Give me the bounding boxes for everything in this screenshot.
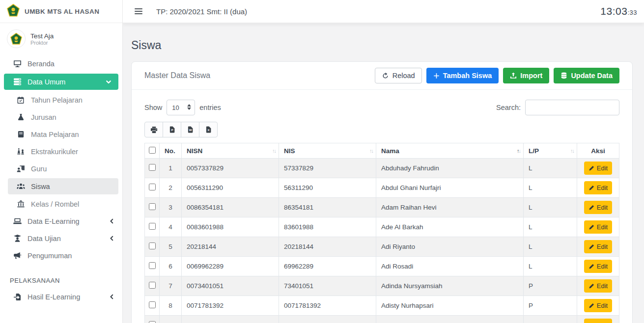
monitor-icon [13,59,22,68]
pencil-icon [588,205,594,211]
edit-button[interactable]: Edit [584,201,612,214]
row-checkbox[interactable] [149,262,156,269]
user-panel: Test Aja Proktor [0,23,122,53]
cell-nisn: 0073310710 [182,316,279,323]
card-header: Master Data Siswa Reload Tambah Siswa Im… [132,62,632,90]
cell-no: 8 [160,296,182,316]
column-header-lp[interactable]: L/P↑↓ [524,143,577,159]
flask-icon [16,113,25,121]
sidebar-item-label: Siswa [31,183,50,190]
clock-hm: 13:03 [600,5,627,17]
cell-aksi: Edit [577,217,619,237]
cell-nama: Abduhady Fahrudin [376,159,524,178]
server-icon [13,78,22,86]
column-header-nis[interactable]: NIS↑↓ [279,143,376,159]
edit-button[interactable]: Edit [584,162,612,175]
import-button[interactable]: Import [503,68,549,83]
export-word-button[interactable]: W [181,122,199,137]
row-checkbox-cell [145,276,160,296]
cell-lp: L [524,217,577,237]
sidebar-nav: Beranda Data Umum Tahun Pelajaran [0,53,122,305]
clock-seconds: :33 [627,9,637,16]
sidebar-item-beranda[interactable]: Beranda [0,55,122,72]
row-checkbox[interactable] [149,321,156,323]
student-table-body: 1 0057337829 57337829 Abduhady Fahrudin … [145,159,619,323]
cell-nisn: 20218144 [182,237,279,257]
sidebar-item-jurusan[interactable]: Jurusan [0,108,122,126]
row-checkbox[interactable] [149,184,156,190]
edit-button[interactable]: Edit [584,220,612,234]
cell-nis: 20218144 [279,237,376,257]
row-checkbox[interactable] [149,223,156,230]
plus-icon [433,73,440,79]
file-pdf-icon: P [169,126,175,133]
pencil-icon [588,185,594,191]
cell-lp: L [524,316,577,323]
pencil-icon [588,165,594,171]
cell-aksi: Edit [577,237,619,257]
edit-button[interactable]: Edit [584,260,612,273]
table-row: 1 0057337829 57337829 Abduhady Fahrudin … [145,159,619,178]
edit-button[interactable]: Edit [584,240,612,253]
student-table: No. NISN↑↓ NIS↑↓ Nama↑↓ L/P↑↓ Aksi 1 005… [144,143,619,323]
row-checkbox[interactable] [149,301,156,308]
sidebar-item-ekstrakurikuler[interactable]: Ekstrakurikuler [0,143,122,160]
cell-lp: L [524,237,577,257]
chevron-left-icon [109,236,114,241]
cell-nis: 69962289 [279,257,376,276]
sidebar-item-guru[interactable]: Guru [0,160,122,177]
table-row: 9 0073310710 0073310710 Aditya Bayu Ning… [145,316,619,323]
sort-icon[interactable]: ↑↓ [570,148,574,154]
edit-button[interactable]: Edit [584,181,612,194]
show-label: Show [144,104,162,111]
reload-button[interactable]: Reload [375,68,422,83]
select-all-checkbox[interactable] [149,147,156,154]
chevron-left-icon [109,294,114,299]
row-checkbox[interactable] [149,242,156,249]
sort-icon[interactable]: ↑↓ [272,148,276,154]
sidebar-item-siswa[interactable]: Siswa [8,178,118,194]
export-excel-button[interactable]: X [199,122,218,137]
row-checkbox[interactable] [149,203,156,210]
sidebar-item-data-ujian[interactable]: Data Ujian [0,230,122,247]
sort-asc-icon[interactable]: ↑↓ [517,148,520,154]
school-year-label: TP: 2020/2021 Smt: II (dua) [156,7,247,16]
sidebar-item-kelas-rombel[interactable]: Kelas / Rombel [0,195,122,213]
sidebar-item-data-elearning[interactable]: Data E-Learning [0,213,122,230]
cell-nama: Ade Al Barkah [376,217,524,237]
edit-button[interactable]: Edit [584,319,612,323]
kemenag-logo-icon [7,4,20,19]
upload-icon [510,72,517,79]
brand: UMBK MTS AL HASAN [0,0,122,23]
edit-label: Edit [597,282,608,290]
file-word-icon: W [187,126,194,133]
cell-aksi: Edit [577,257,619,276]
sidebar-item-tahun-pelajaran[interactable]: Tahun Pelajaran [0,91,122,108]
page-title: Siswa [131,39,633,52]
export-pdf-button[interactable]: P [163,122,181,137]
sidebar-item-hasil-elearning[interactable]: Hasil E-Learning [0,288,122,305]
sidebar-item-mata-pelajaran[interactable]: Mata Pelajaran [0,126,122,143]
sort-icon[interactable]: ↑↓ [369,148,373,154]
hamburger-menu-icon[interactable] [134,6,143,16]
column-header-nama[interactable]: Nama↑↓ [376,143,524,159]
row-checkbox-cell [145,217,160,237]
print-button[interactable] [144,122,163,137]
book-icon [16,130,25,138]
row-checkbox[interactable] [149,164,156,171]
row-checkbox[interactable] [149,282,156,289]
edit-button[interactable]: Edit [584,279,612,293]
update-data-button[interactable]: Update Data [554,68,619,83]
cell-nama: Adam Raihan Hevi [376,198,524,217]
sidebar-item-pengumuman[interactable]: Pengumuman [0,247,122,264]
sidebar-item-data-umum[interactable]: Data Umum [4,74,118,90]
main-content: Siswa Master Data Siswa Reload Tambah Si… [123,23,644,323]
column-header-nisn[interactable]: NISN↑↓ [182,143,279,159]
sidebar-item-label: Pengumuman [28,252,72,260]
page-size-select[interactable]: 10 [167,100,195,115]
clock: 13:03:33 [600,5,637,17]
add-student-button[interactable]: Tambah Siswa [426,68,499,83]
edit-button[interactable]: Edit [584,299,612,312]
search-input[interactable] [525,100,619,115]
cell-no: 4 [160,217,182,237]
